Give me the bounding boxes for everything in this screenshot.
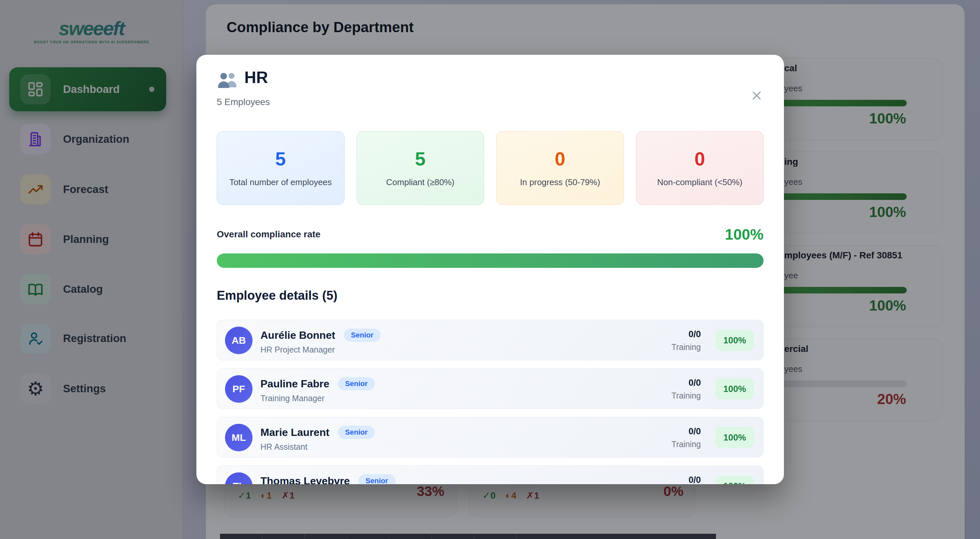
- seniority-badge: Senior: [344, 329, 381, 342]
- seniority-badge: Senior: [338, 377, 375, 390]
- modal-subtitle: 5 Employees: [217, 97, 270, 107]
- stat-label: In progress (50-79%): [520, 176, 600, 189]
- employee-score-badge: 100%: [715, 475, 754, 484]
- stat-card-total: 5 Total number of employees: [217, 131, 345, 205]
- employee-score-badge: 100%: [715, 427, 754, 448]
- stat-cards-row: 5 Total number of employees 5 Compliant …: [217, 131, 764, 205]
- stat-card-compliant: 5 Compliant (≥80%): [357, 131, 484, 205]
- stat-card-in-progress: 0 In progress (50-79%): [496, 131, 624, 205]
- stat-value: 0: [555, 148, 565, 170]
- training-ratio: 0/0: [628, 378, 701, 388]
- stat-label: Non-compliant (<50%): [657, 176, 742, 189]
- modal-title: HR: [244, 68, 268, 87]
- people-icon: [217, 71, 239, 89]
- stat-value: 5: [275, 148, 286, 170]
- overall-progress-fill: [217, 253, 764, 268]
- avatar: AB: [225, 327, 253, 354]
- employee-score-badge: 100%: [715, 330, 754, 351]
- avatar: PF: [225, 375, 253, 403]
- employee-row[interactable]: TL Thomas Levebvre Senior 0/0 100%: [217, 466, 764, 484]
- employee-role: HR Assistant: [261, 442, 307, 452]
- stat-value: 5: [415, 148, 426, 170]
- training-ratio-label: Training: [628, 391, 701, 401]
- seniority-badge: Senior: [338, 426, 375, 439]
- employee-name: Aurélie Bonnet: [261, 329, 335, 341]
- employee-score-badge: 100%: [715, 378, 754, 399]
- overall-compliance-row: Overall compliance rate 100%: [217, 226, 764, 243]
- stat-label: Total number of employees: [229, 176, 332, 189]
- training-ratio-label: Training: [628, 440, 701, 449]
- stat-label: Compliant (≥80%): [386, 176, 455, 189]
- overall-compliance-value: 100%: [725, 226, 764, 243]
- app-screen: sweeeft BOOST YOUR HR OPERATIONS WITH AI…: [0, 0, 980, 539]
- seniority-badge: Senior: [358, 474, 395, 484]
- employee-name: Pauline Fabre: [261, 378, 329, 390]
- employee-role: Training Manager: [261, 394, 325, 403]
- close-icon[interactable]: [749, 87, 765, 103]
- avatar: ML: [225, 424, 253, 452]
- stat-value: 0: [695, 148, 705, 170]
- employee-row[interactable]: AB Aurélie Bonnet Senior HR Project Mana…: [217, 320, 764, 361]
- employee-row[interactable]: PF Pauline Fabre Senior Training Manager…: [217, 368, 764, 409]
- employee-name: Thomas Levebvre: [261, 475, 350, 485]
- overall-progress-track: [217, 253, 764, 268]
- employee-name: Marie Laurent: [261, 426, 329, 439]
- training-ratio: 0/0: [628, 426, 701, 437]
- overall-compliance-label: Overall compliance rate: [217, 229, 321, 240]
- department-detail-modal: HR 5 Employees 5 Total number of employe…: [196, 55, 784, 484]
- employee-row[interactable]: ML Marie Laurent Senior HR Assistant 0/0…: [217, 417, 764, 458]
- training-ratio: 0/0: [628, 475, 701, 484]
- training-ratio-label: Training: [628, 342, 701, 352]
- stat-card-non-compliant: 0 Non-compliant (<50%): [636, 131, 764, 205]
- training-ratio: 0/0: [628, 329, 701, 339]
- employee-role: HR Project Manager: [261, 345, 335, 355]
- employee-details-heading: Employee details (5): [217, 289, 337, 303]
- avatar: TL: [225, 472, 253, 484]
